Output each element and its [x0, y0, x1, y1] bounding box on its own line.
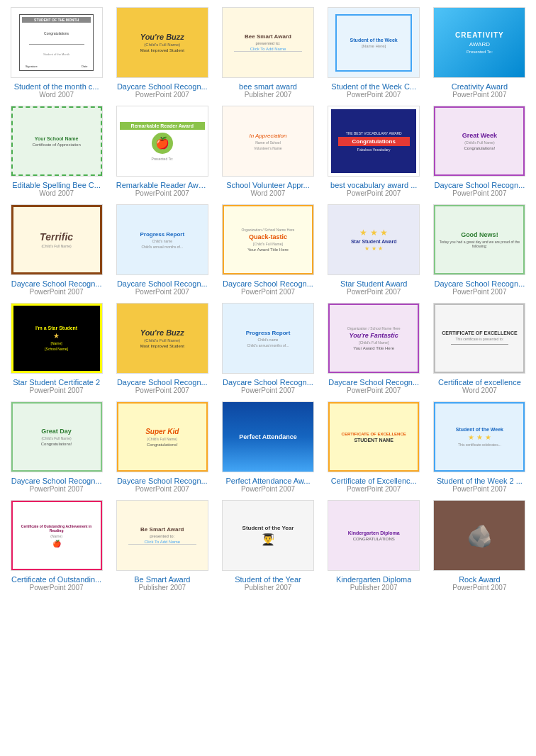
thumbnail-25: Student of the Week ★ ★ ★ This certifica… — [433, 401, 525, 472]
template-card-22[interactable]: Super Kid (Child's Full Name) Congratula… — [113, 401, 211, 493]
template-card-27[interactable]: Be Smart Award presented to: Click To Ad… — [113, 500, 211, 591]
template-card-2[interactable]: You're Buzz (Child's Full Name) Most Imp… — [113, 7, 211, 99]
template-card-1[interactable]: STUDENT OF THE MONTH Congratulations Stu… — [7, 7, 106, 99]
template-card-30[interactable]: 🪨Rock AwardPowerPoint 2007 — [430, 500, 529, 591]
card-title-16: Star Student Certificate 2 — [13, 378, 100, 387]
thumbnail-5: CREATIVITY AWARD Presented To: — [433, 7, 525, 78]
card-sub-1: Word 2007 — [39, 91, 74, 99]
thumbnail-20: CERTIFICATE OF EXCELLENCE This certifica… — [433, 303, 525, 374]
thumbnail-17: You're Buzz (Child's Full Name) Most Imp… — [116, 303, 208, 374]
thumbnail-24: CERTIFICATE OF EXCELLENCE STUDENT NAME — [328, 401, 420, 472]
card-title-25: Student of the Week 2 ... — [437, 477, 523, 485]
card-sub-8: Word 2007 — [251, 189, 286, 197]
template-card-7[interactable]: Remarkable Reader Award 🍎 Presented To:R… — [113, 106, 211, 197]
template-card-8[interactable]: In Appreciation Name of School Volunteer… — [218, 106, 317, 197]
card-title-23: Perfect Attendance Aw... — [225, 477, 310, 485]
card-title-21: Daycare School Recogn... — [11, 477, 102, 485]
template-card-17[interactable]: You're Buzz (Child's Full Name) Most Imp… — [113, 303, 211, 394]
card-title-17: Daycare School Recogn... — [117, 378, 208, 387]
card-sub-5: PowerPoint 2007 — [452, 91, 506, 99]
card-sub-13: PowerPoint 2007 — [241, 288, 295, 296]
template-card-20[interactable]: CERTIFICATE OF EXCELLENCE This certifica… — [430, 303, 529, 394]
template-card-19[interactable]: Organization / School Name Here You're F… — [325, 303, 423, 394]
thumbnail-2: You're Buzz (Child's Full Name) Most Imp… — [116, 7, 208, 78]
template-card-26[interactable]: Certificate of Outstanding Achievement i… — [7, 500, 106, 591]
card-sub-29: Publisher 2007 — [350, 584, 398, 591]
template-card-23[interactable]: Perfect AttendancePerfect Attendance Aw.… — [218, 401, 317, 493]
card-sub-26: PowerPoint 2007 — [30, 584, 84, 591]
card-title-14: Star Student Award — [340, 279, 408, 288]
template-card-14[interactable]: ★ ★ ★ Star Student Award ★ ★ ★Star Stude… — [325, 204, 423, 296]
template-card-5[interactable]: CREATIVITY AWARD Presented To:Creativity… — [430, 7, 529, 99]
thumbnail-1: STUDENT OF THE MONTH Congratulations Stu… — [11, 7, 103, 78]
card-sub-15: PowerPoint 2007 — [452, 288, 506, 296]
template-card-15[interactable]: Good News! Today you had a great day and… — [430, 204, 529, 296]
thumbnail-3: Bee Smart Award presented to: Click To A… — [222, 7, 314, 78]
card-title-22: Daycare School Recogn... — [117, 477, 208, 485]
card-sub-12: PowerPoint 2007 — [135, 288, 189, 296]
template-card-25[interactable]: Student of the Week ★ ★ ★ This certifica… — [430, 401, 529, 493]
thumbnail-22: Super Kid (Child's Full Name) Congratula… — [116, 401, 208, 472]
thumbnail-23: Perfect Attendance — [222, 401, 314, 472]
thumbnail-12: Progress Report Child's name Child's ann… — [116, 204, 208, 275]
template-card-16[interactable]: I'm a Star Student ★ [Name] [School Name… — [7, 303, 106, 394]
card-sub-23: PowerPoint 2007 — [241, 485, 295, 493]
card-sub-19: PowerPoint 2007 — [347, 387, 401, 394]
card-sub-3: Publisher 2007 — [245, 91, 292, 99]
card-sub-11: PowerPoint 2007 — [30, 288, 84, 296]
card-title-3: bee smart award — [239, 82, 297, 91]
template-card-12[interactable]: Progress Report Child's name Child's ann… — [113, 204, 211, 296]
thumbnail-11: Terrific (Child's Full Name) — [11, 204, 103, 275]
card-sub-10: PowerPoint 2007 — [452, 189, 506, 197]
thumbnail-26: Certificate of Outstanding Achievement i… — [11, 500, 103, 571]
thumbnail-6: Your School Name Certificate of Apprecia… — [11, 106, 103, 177]
thumbnail-10: Great Week (Child's Full Name) Congratul… — [433, 106, 525, 177]
template-card-9[interactable]: THE BEST VOCABULARY AWARD Congratulation… — [325, 106, 423, 197]
thumbnail-9: THE BEST VOCABULARY AWARD Congratulation… — [328, 106, 420, 177]
template-card-24[interactable]: CERTIFICATE OF EXCELLENCE STUDENT NAMECe… — [325, 401, 423, 493]
card-title-11: Daycare School Recogn... — [11, 279, 102, 288]
card-sub-24: PowerPoint 2007 — [347, 485, 401, 493]
thumbnail-15: Good News! Today you had a great day and… — [433, 204, 525, 275]
template-card-29[interactable]: Kindergarten Diploma CONGRATULATIONSKind… — [325, 500, 423, 591]
card-sub-6: Word 2007 — [39, 189, 74, 197]
card-sub-22: PowerPoint 2007 — [135, 485, 189, 493]
template-card-28[interactable]: Student of the Year 👨‍🎓Student of the Ye… — [218, 500, 317, 591]
thumbnail-27: Be Smart Award presented to: Click To Ad… — [116, 500, 208, 571]
card-title-6: Editable Spelling Bee C... — [12, 181, 101, 189]
template-card-3[interactable]: Bee Smart Award presented to: Click To A… — [218, 7, 317, 99]
card-sub-16: PowerPoint 2007 — [30, 387, 84, 394]
template-card-13[interactable]: Organization / School Name Here Quack-ta… — [218, 204, 317, 296]
card-title-20: Certificate of excellence — [438, 378, 521, 387]
card-title-10: Daycare School Recogn... — [434, 181, 525, 189]
thumbnail-29: Kindergarten Diploma CONGRATULATIONS — [328, 500, 420, 571]
card-title-8: School Volunteer Appr... — [226, 181, 309, 189]
thumbnail-7: Remarkable Reader Award 🍎 Presented To: — [116, 106, 208, 177]
thumbnail-14: ★ ★ ★ Star Student Award ★ ★ ★ — [328, 204, 420, 275]
card-title-29: Kindergarten Diploma — [336, 575, 411, 584]
card-sub-27: Publisher 2007 — [138, 584, 186, 591]
thumbnail-13: Organization / School Name Here Quack-ta… — [222, 204, 314, 275]
card-title-4: Student of the Week C... — [331, 82, 416, 91]
thumbnail-28: Student of the Year 👨‍🎓 — [222, 500, 314, 571]
thumbnail-21: Great Day (Child's Full Name) Congratula… — [11, 401, 103, 472]
template-card-18[interactable]: Progress Report Child's name Child's ann… — [218, 303, 317, 394]
card-sub-9: PowerPoint 2007 — [347, 189, 401, 197]
card-title-18: Daycare School Recogn... — [223, 378, 313, 387]
card-sub-21: PowerPoint 2007 — [30, 485, 84, 493]
card-title-9: best vocabulary award ... — [330, 181, 417, 189]
card-title-19: Daycare School Recogn... — [328, 378, 419, 387]
template-card-10[interactable]: Great Week (Child's Full Name) Congratul… — [430, 106, 529, 197]
card-sub-2: PowerPoint 2007 — [135, 91, 189, 99]
thumbnail-8: In Appreciation Name of School Volunteer… — [222, 106, 314, 177]
template-card-4[interactable]: Student of the Week [Name Here] Student … — [325, 7, 423, 99]
card-sub-14: PowerPoint 2007 — [347, 288, 401, 296]
card-sub-28: Publisher 2007 — [245, 584, 292, 591]
thumbnail-16: I'm a Star Student ★ [Name] [School Name… — [11, 303, 103, 374]
template-card-6[interactable]: Your School Name Certificate of Apprecia… — [7, 106, 106, 197]
card-title-12: Daycare School Recogn... — [117, 279, 208, 288]
template-card-11[interactable]: Terrific (Child's Full Name)Daycare Scho… — [7, 204, 106, 296]
template-grid: STUDENT OF THE MONTH Congratulations Stu… — [0, 0, 536, 599]
thumbnail-19: Organization / School Name Here You're F… — [328, 303, 420, 374]
template-card-21[interactable]: Great Day (Child's Full Name) Congratula… — [7, 401, 106, 493]
